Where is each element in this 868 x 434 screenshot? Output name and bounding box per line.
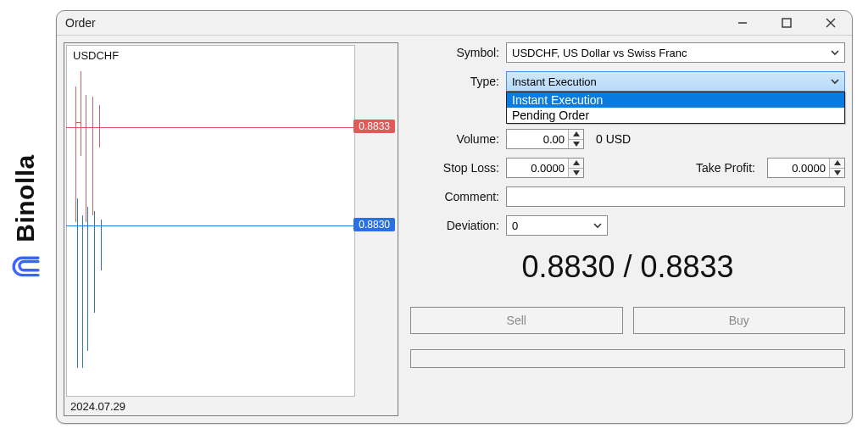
volume-down-button[interactable]	[569, 140, 583, 149]
deviation-select[interactable]: 0	[506, 215, 608, 236]
order-form: Symbol: USDCHF, US Dollar vs Swiss Franc…	[410, 42, 845, 416]
symbol-label: Symbol:	[410, 46, 499, 59]
status-bar	[410, 349, 845, 368]
close-button[interactable]	[818, 14, 843, 31]
stop-loss-value: 0.0000	[507, 159, 568, 177]
take-profit-up-button[interactable]	[830, 159, 844, 169]
comment-label: Comment:	[410, 190, 499, 203]
chart-panel: USDCHF 0.8833 0.88	[64, 42, 398, 416]
comment-input[interactable]	[506, 186, 845, 207]
sell-button[interactable]: Sell	[410, 307, 623, 334]
deviation-label: Deviation:	[410, 219, 499, 232]
take-profit-value: 0.0000	[768, 159, 829, 177]
bid-price-tag: 0.8830	[353, 218, 395, 231]
volume-input[interactable]: 0.00	[506, 129, 584, 149]
buy-button[interactable]: Buy	[633, 307, 846, 334]
volume-currency: 0 USD	[591, 132, 631, 146]
type-value: Instant Execution	[512, 75, 597, 88]
stop-loss-input[interactable]: 0.0000	[506, 158, 584, 178]
take-profit-input[interactable]: 0.0000	[767, 158, 845, 178]
chevron-down-icon	[831, 47, 839, 59]
maximize-button[interactable]	[774, 14, 799, 31]
brand-name: Binolla	[11, 154, 40, 242]
take-profit-label: Take Profit:	[696, 161, 760, 175]
symbol-select[interactable]: USDCHF, US Dollar vs Swiss Franc	[506, 42, 845, 63]
deviation-value: 0	[512, 220, 518, 232]
chart-candles	[74, 71, 150, 396]
volume-up-button[interactable]	[569, 130, 583, 140]
chart-date-label: 2024.07.29	[70, 400, 125, 413]
stop-loss-label: Stop Loss:	[410, 161, 499, 175]
stop-loss-down-button[interactable]	[569, 169, 583, 178]
ask-price-tag: 0.8833	[353, 120, 395, 133]
symbol-value: USDCHF, US Dollar vs Swiss Franc	[512, 47, 687, 59]
chevron-down-icon	[831, 75, 839, 88]
brand-logo-icon	[11, 251, 40, 280]
window-title: Order	[65, 16, 96, 30]
ask-line	[66, 127, 355, 128]
take-profit-down-button[interactable]	[830, 169, 844, 178]
type-label: Type:	[410, 75, 499, 88]
bid-ask-display: 0.8830 / 0.8833	[410, 249, 845, 285]
svg-rect-0	[782, 19, 791, 27]
type-option-instant[interactable]: Instant Execution	[507, 92, 844, 108]
stop-loss-up-button[interactable]	[569, 159, 583, 169]
volume-value: 0.00	[507, 130, 568, 148]
order-window: Order USDCHF	[56, 10, 853, 424]
bid-line	[66, 225, 355, 226]
chart-symbol-label: USDCHF	[73, 49, 119, 62]
brand-rail: Binolla	[0, 0, 51, 434]
volume-label: Volume:	[410, 132, 499, 146]
type-option-pending[interactable]: Pending Order	[507, 108, 844, 123]
minimize-button[interactable]	[730, 14, 755, 31]
titlebar: Order	[57, 11, 852, 36]
chevron-down-icon	[593, 220, 602, 232]
type-dropdown-list: Instant Execution Pending Order	[506, 92, 845, 124]
chart-area: USDCHF	[66, 45, 355, 397]
type-select[interactable]: Instant Execution	[506, 71, 845, 92]
